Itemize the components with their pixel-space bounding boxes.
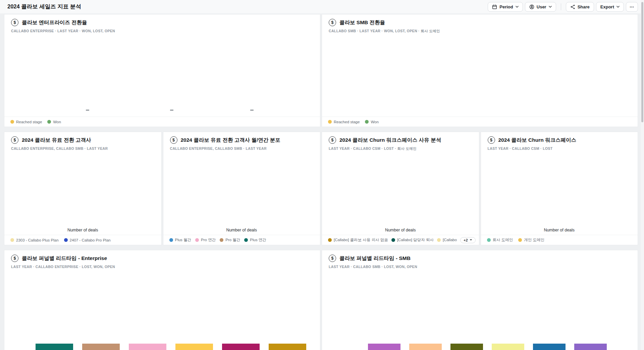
card-header[interactable]: $ 콜라보 SMB 전환율 (322, 14, 638, 26)
scrollbar-thumb[interactable] (641, 2, 643, 122)
card-leadtime-smb: $ 콜라보 퍼널별 리드타임 - SMB LAST YEAR · CALLABO… (322, 250, 638, 350)
bar[interactable] (533, 344, 566, 350)
card-header[interactable]: $ 2024 콜라보 Churn 워크스페이스 사유 분석 (322, 132, 479, 144)
bar[interactable] (409, 344, 442, 350)
card-paid-conversion-accounts: $ 2024 콜라보 유료 전환 고객사 CALLABO ENTERPRISE,… (4, 132, 162, 245)
row-2: $ 2024 콜라보 유료 전환 고객사 CALLABO ENTERPRISE,… (4, 132, 638, 245)
card-title: 콜라보 퍼널별 리드타임 - Enterprise (22, 255, 107, 262)
legend-dot (10, 238, 14, 242)
bar[interactable] (450, 344, 483, 350)
legend: [Callabo] 콜라보 사용 의사 없음 [Callabo] 담당자 퇴사 … (322, 235, 479, 245)
card-header[interactable]: $ 콜라보 퍼널별 리드타임 - SMB (322, 250, 638, 262)
card-title: 2024 콜라보 Churn 워크스페이스 (498, 137, 577, 144)
card-title: 2024 콜라보 Churn 워크스페이스 사유 분석 (339, 137, 441, 144)
legend-dot (518, 238, 522, 242)
chevron-down-icon (549, 6, 552, 8)
toolbar: Period User (488, 2, 638, 12)
card-churn-workspaces: $ 2024 콜라보 Churn 워크스페이스 LAST YEAR · CALL… (481, 132, 638, 245)
legend-item[interactable]: Reached stage (10, 120, 42, 124)
card-churn-reason-analysis: $ 2024 콜라보 Churn 워크스페이스 사유 분석 LAST YEAR … (322, 132, 479, 245)
card-header[interactable]: $ 콜라보 퍼널별 리드타임 - Enterprise (4, 250, 320, 262)
card-smb-conversion: $ 콜라보 SMB 전환율 CALLABO SMB · LAST YEAR · … (322, 14, 638, 127)
card-enterprise-conversion: $ 콜라보 엔터프라이즈 전환율 CALLABO ENTERPRISE · LA… (4, 14, 320, 127)
card-subtitle: CALLABO ENTERPRISE · LAST YEAR · WON, LO… (4, 26, 320, 33)
legend-dot (64, 238, 68, 242)
legend-dot (391, 238, 395, 242)
legend-label: Won (371, 120, 378, 124)
bar[interactable] (129, 344, 166, 350)
legend-item[interactable]: 회사 도메인 (487, 237, 513, 243)
legend-item[interactable]: Plus 연간 (244, 237, 266, 243)
legend-label: Reached stage (334, 120, 360, 124)
legend-item[interactable]: [Callabo] 콜라보 사용 의사 없음 (328, 237, 388, 243)
card-subtitle: LAST YEAR · CALLABO CSM · LOST · 회사 도메인 (322, 144, 479, 151)
legend-dot (244, 238, 248, 242)
legend-dot (328, 238, 332, 242)
legend: 2303 - Callabo Plus Plan 2407 - Callabo … (4, 235, 161, 245)
deal-dollar-icon: $ (11, 19, 18, 26)
card-paid-conversion-monthly-annual: $ 2024 콜라보 유료 전환 고객사 월/연간 분포 CALLABO ENT… (163, 132, 321, 245)
legend: Plus 월간 Pro 연간 Pro 월간 Plus 연간 (163, 235, 320, 245)
bar[interactable] (82, 344, 120, 350)
legend-item[interactable]: 개인 도메인 (518, 237, 544, 243)
row-3: $ 콜라보 퍼널별 리드타임 - Enterprise LAST YEAR · … (4, 250, 638, 350)
x-axis-label: Number of deals (163, 228, 320, 232)
card-header[interactable]: $ 2024 콜라보 Churn 워크스페이스 (481, 132, 638, 144)
share-button-label: Share (578, 4, 590, 9)
calendar-icon (492, 4, 497, 9)
bar[interactable] (368, 344, 400, 350)
legend-item[interactable]: Won (365, 120, 378, 124)
legend-item[interactable]: Pro 월간 (220, 237, 240, 243)
bar[interactable] (269, 344, 306, 350)
card-subtitle: CALLABO ENTERPRISE, CALLABO SMB · LAST Y… (4, 144, 161, 150)
export-button[interactable]: Export (596, 2, 624, 12)
card-header[interactable]: $ 2024 콜라보 유료 전환 고객사 (4, 132, 161, 144)
legend-label: Won (53, 120, 61, 124)
legend-item[interactable]: Pro 연간 (195, 237, 216, 243)
deal-dollar-icon: $ (170, 136, 177, 144)
legend-dot (10, 120, 14, 124)
legend-item[interactable]: [Callabo] 담당자 퇴사 (391, 237, 434, 243)
funnel-tick (170, 110, 173, 111)
legend-more-button[interactable]: +2 (460, 237, 476, 243)
more-options-button[interactable]: ⋯ (626, 2, 638, 12)
card-title: 콜라보 퍼널별 리드타임 - SMB (339, 255, 411, 262)
funnel-tick (86, 110, 89, 111)
period-button-label: Period (499, 4, 513, 9)
scrollbar-track[interactable] (641, 0, 644, 350)
legend-label: 개인 도메인 (524, 237, 544, 243)
bar[interactable] (36, 344, 73, 350)
legend-label: 2407 - Callabo Pro Plan (70, 238, 111, 242)
share-button[interactable]: Share (566, 2, 594, 12)
user-icon (529, 4, 534, 9)
legend-item[interactable]: 2303 - Callabo Plus Plan (10, 238, 59, 242)
deal-dollar-icon: $ (329, 19, 336, 26)
x-axis-label: Number of deals (481, 228, 638, 232)
legend-item[interactable]: Won (47, 120, 61, 124)
legend-item[interactable]: Plus 월간 (169, 237, 192, 243)
legend-item[interactable]: [Callabo] 고객사 (437, 237, 457, 243)
legend-item[interactable]: Reached stage (328, 120, 360, 124)
user-filter-button[interactable]: User (525, 2, 556, 12)
card-header[interactable]: $ 콜라보 엔터프라이즈 전환율 (4, 14, 320, 26)
period-button[interactable]: Period (488, 2, 523, 12)
card-subtitle: CALLABO ENTERPRISE, CALLABO SMB · LAST Y… (163, 144, 320, 150)
legend-dot (437, 238, 441, 242)
bar[interactable] (222, 344, 260, 350)
bar[interactable] (492, 344, 524, 350)
legend-item[interactable]: 2407 - Callabo Pro Plan (64, 238, 111, 242)
legend-label: 회사 도메인 (493, 237, 513, 243)
legend-label: Pro 월간 (225, 237, 240, 243)
bar[interactable] (574, 344, 607, 350)
card-header[interactable]: $ 2024 콜라보 유료 전환 고객사 월/연간 분포 (163, 132, 320, 144)
legend-label: 2303 - Callabo Plus Plan (16, 238, 59, 242)
card-title: 콜라보 SMB 전환율 (339, 19, 385, 26)
deal-dollar-icon: $ (329, 255, 336, 262)
card-subtitle: LAST YEAR · CALLABO CSM · LOST (481, 144, 638, 150)
bar[interactable] (175, 344, 213, 350)
toolbar-divider (561, 3, 561, 10)
legend-label: Plus 연간 (250, 237, 266, 243)
deal-dollar-icon: $ (488, 136, 495, 144)
legend-dot (169, 238, 173, 242)
deal-dollar-icon: $ (329, 136, 336, 144)
